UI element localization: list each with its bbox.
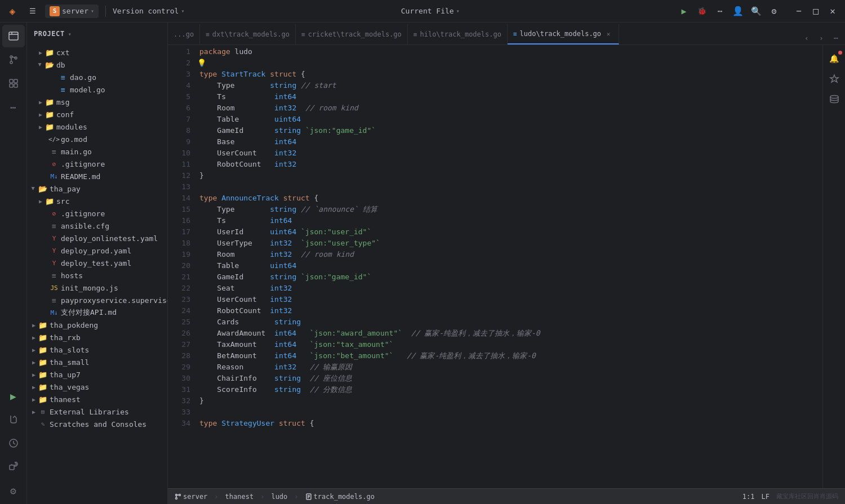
sidebar-item-deploy-prod[interactable]: Y deploy_prod.yaml bbox=[27, 244, 167, 257]
sidebar-item-conf[interactable]: ▶ 📁 conf bbox=[27, 108, 167, 121]
sidebar-item-tharxb[interactable]: ▶ 📁 tha_rxb bbox=[27, 331, 167, 344]
sidebar-item-src[interactable]: ▶ 📁 src bbox=[27, 195, 167, 207]
sidebar-item-readme[interactable]: M↓ README.md bbox=[27, 170, 167, 182]
sidebar-item-hosts[interactable]: ≡ hosts bbox=[27, 269, 167, 282]
status-ludo[interactable]: ludo bbox=[269, 493, 290, 501]
sidebar-item-deploy-online[interactable]: Y deploy_onlinetest.yaml bbox=[27, 232, 167, 244]
status-filename[interactable]: track_models.go bbox=[303, 493, 377, 501]
user-button[interactable]: 👤 bbox=[730, 3, 746, 19]
activity-git2-icon[interactable] bbox=[2, 408, 25, 431]
tree-label: msg bbox=[56, 98, 69, 106]
minimize-button[interactable]: − bbox=[791, 3, 807, 19]
ai-assistant-icon[interactable] bbox=[825, 70, 843, 88]
sidebar-item-initmongo[interactable]: JS init_mongo.js bbox=[27, 282, 167, 294]
version-control-selector[interactable]: Version control ▾ bbox=[113, 7, 184, 15]
project-selector[interactable]: S server ▾ bbox=[45, 5, 99, 18]
sidebar-item-gitignore[interactable]: ⊘ .gitignore bbox=[27, 158, 167, 170]
activity-structure-icon[interactable] bbox=[2, 72, 25, 95]
database-right-icon[interactable] bbox=[825, 90, 843, 108]
file-icon: ≡ bbox=[50, 147, 59, 156]
sidebar-item-thapokdeng[interactable]: ▶ 📁 tha_pokdeng bbox=[27, 319, 167, 331]
status-git-branch[interactable]: server bbox=[172, 493, 210, 501]
sidebar-item-external-libs[interactable]: ▶ ⊞ External Libraries bbox=[27, 405, 167, 418]
sidebar-item-dao-go[interactable]: ≡ dao.go bbox=[27, 71, 167, 83]
activity-plugins-icon[interactable] bbox=[2, 456, 25, 478]
tab-ludo-track-models[interactable]: ≡ ludo\track_models.go ✕ bbox=[508, 24, 619, 44]
sidebar-item-gomod[interactable]: </> go.mod bbox=[27, 133, 167, 145]
sidebar-item-ansible[interactable]: ≡ ansible.cfg bbox=[27, 220, 167, 232]
settings-button[interactable]: ⚙ bbox=[766, 3, 782, 19]
sidebar-item-thanest[interactable]: ▶ 📁 thanest bbox=[27, 393, 167, 405]
status-encoding[interactable]: LF bbox=[759, 493, 772, 501]
sidebar-item-thaup7[interactable]: ▶ 📁 tha_up7 bbox=[27, 368, 167, 381]
status-position[interactable]: 1:1 bbox=[740, 493, 757, 501]
code-line-8: GameId string `json:"game_id"` bbox=[199, 125, 845, 136]
sidebar-item-db[interactable]: ▶ 📂 db bbox=[27, 59, 167, 71]
tree-label: External Libraries bbox=[50, 408, 129, 416]
run-button[interactable]: ▶ bbox=[676, 3, 692, 19]
tab-close-button[interactable]: ✕ bbox=[604, 29, 613, 38]
editor-area: ...go ≡ dxt\track_models.go ≡ cricket\tr… bbox=[168, 23, 845, 504]
activity-git-icon[interactable] bbox=[2, 48, 25, 71]
current-file-selector[interactable]: Current File ▾ bbox=[401, 7, 460, 15]
sidebar-item-thavegas[interactable]: ▶ 📁 tha_vegas bbox=[27, 381, 167, 393]
sidebar-item-modules[interactable]: ▶ 📁 modules bbox=[27, 121, 167, 133]
tabs-more-button[interactable]: ⋯ bbox=[829, 31, 843, 44]
sidebar: Project ▾ ▶ 📁 cxt ▶ 📂 db ≡ dao.go bbox=[27, 23, 168, 504]
markdown2-icon: M↓ bbox=[50, 308, 59, 317]
activity-settings3-icon[interactable]: ⚙ bbox=[2, 479, 25, 502]
activity-project-icon[interactable] bbox=[2, 25, 25, 47]
code-line-18: UserType int32 `json:"user_type"` bbox=[199, 238, 845, 249]
tabs-chevron-left-icon[interactable]: ‹ bbox=[800, 31, 813, 44]
conf-icon: ≡ bbox=[50, 296, 59, 305]
search-button[interactable]: 🔍 bbox=[748, 3, 764, 19]
sidebar-item-deploy-test[interactable]: Y deploy_test.yaml bbox=[27, 257, 167, 269]
sidebar-title: Project bbox=[34, 30, 65, 38]
tab-cricket-track-models[interactable]: ≡ cricket\track_models.go bbox=[296, 24, 408, 44]
status-thanest[interactable]: thanest bbox=[223, 493, 256, 501]
maximize-button[interactable]: □ bbox=[808, 3, 824, 19]
tree-label: modules bbox=[56, 123, 87, 131]
notification-bell-icon[interactable]: 🔔 bbox=[825, 50, 843, 68]
activity-run-icon[interactable]: ▶ bbox=[2, 385, 25, 407]
tabs-chevron-right-icon[interactable]: › bbox=[815, 31, 828, 44]
sidebar-header-chevron-icon: ▾ bbox=[68, 31, 72, 37]
sidebar-item-payapi[interactable]: M↓ 支付对接API.md bbox=[27, 306, 167, 319]
code-line-11: RobotCount int32 bbox=[199, 159, 845, 170]
sidebar-item-cxt[interactable]: ▶ 📁 cxt bbox=[27, 46, 167, 59]
sidebar-item-msg[interactable]: ▶ 📁 msg bbox=[27, 96, 167, 108]
js-icon: JS bbox=[50, 283, 59, 292]
hamburger-menu-button[interactable]: ☰ bbox=[25, 3, 41, 19]
code-line-31: ScoreInfo string // 分数信息 bbox=[199, 384, 845, 395]
sidebar-item-gitignore2[interactable]: ⊘ .gitignore bbox=[27, 207, 167, 220]
tab-dxt-track-models[interactable]: ≡ dxt\track_models.go bbox=[200, 24, 296, 44]
code-line-24: RobotCount int32 bbox=[199, 305, 845, 316]
library-icon: ⊞ bbox=[38, 407, 47, 416]
close-button[interactable]: ✕ bbox=[825, 3, 840, 19]
sidebar-item-maingo[interactable]: ≡ main.go bbox=[27, 145, 167, 158]
tab-label: ...go bbox=[174, 30, 194, 38]
svg-point-2 bbox=[10, 61, 12, 64]
light-bulb-icon[interactable]: 💡 bbox=[197, 57, 206, 69]
more-actions-button[interactable]: ⋯ bbox=[712, 3, 728, 19]
tab-file-icon2: ≡ bbox=[301, 31, 305, 38]
code-editor[interactable]: package ludo 💡 type StartTrack struct { … bbox=[195, 45, 845, 488]
sidebar-item-thapay[interactable]: ▶ 📂 tha_pay bbox=[27, 182, 167, 195]
tab-label: cricket\track_models.go bbox=[308, 30, 402, 38]
tab-hilo-track-models[interactable]: ≡ hilo\track_models.go bbox=[408, 24, 508, 44]
file-icon2: ≡ bbox=[50, 221, 59, 230]
activity-history-icon[interactable] bbox=[2, 432, 25, 454]
tree-arrow-icon: ▶ bbox=[29, 184, 38, 193]
tab-dots[interactable]: ...go bbox=[168, 24, 200, 44]
code-line-10: UserCount int32 bbox=[199, 148, 845, 159]
sidebar-item-thasmall[interactable]: ▶ 📁 tha_small bbox=[27, 356, 167, 368]
debug-button[interactable]: 🐞 bbox=[694, 3, 710, 19]
gitignore2-icon: ⊘ bbox=[50, 209, 59, 218]
sidebar-item-scratches[interactable]: ✎ Scratches and Consoles bbox=[27, 418, 167, 430]
svg-rect-4 bbox=[10, 79, 13, 83]
sidebar-item-model-go[interactable]: ≡ model.go bbox=[27, 83, 167, 96]
activity-more-icon[interactable]: ⋯ bbox=[2, 96, 25, 118]
sidebar-item-thaslots[interactable]: ▶ 📁 tha_slots bbox=[27, 344, 167, 356]
code-line-13 bbox=[199, 181, 845, 193]
sidebar-item-payproxy[interactable]: ≡ payproxyservice.supervisor.conf bbox=[27, 294, 167, 306]
